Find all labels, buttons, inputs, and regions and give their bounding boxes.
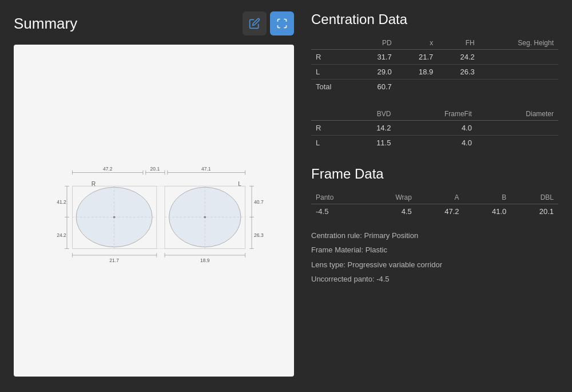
centration-rule: Centration rule: Primary Position — [311, 229, 558, 242]
svg-text:24.2: 24.2 — [57, 232, 66, 238]
val-dbl: 20.1 — [511, 204, 558, 219]
val-wrap: 4.5 — [366, 204, 416, 219]
summary-header: Summary — [14, 11, 294, 35]
table-row: L 29.0 18.9 26.3 — [311, 65, 558, 80]
x-total — [396, 80, 438, 94]
diameter-l — [476, 136, 558, 151]
centration-table-2: BVD FrameFit Diameter R 14.2 4.0 L 11.5 … — [311, 108, 558, 150]
table-row: R 14.2 4.0 — [311, 121, 558, 136]
row-label-total: Total — [311, 80, 355, 94]
bottom-bar: ‹ Confirm — [0, 388, 572, 392]
fh-l: 26.3 — [438, 65, 479, 80]
svg-text:20.1: 20.1 — [150, 166, 160, 172]
centration-data-title: Centration Data — [311, 11, 558, 27]
svg-text:40.7: 40.7 — [254, 199, 264, 205]
seg-total — [479, 80, 558, 94]
fh-total — [438, 80, 479, 94]
framefit-r: 4.0 — [395, 121, 476, 136]
col-header-x: x — [396, 37, 438, 50]
col-b: B — [464, 191, 511, 204]
val-panto: -4.5 — [311, 204, 366, 219]
pd-r: 31.7 — [355, 50, 396, 65]
svg-text:21.7: 21.7 — [109, 258, 119, 263]
pd-l: 29.0 — [355, 65, 396, 80]
diagram-area: 47.2 20.1 47.1 R L — [14, 45, 294, 377]
framefit-l: 4.0 — [395, 136, 476, 151]
frame-material: Frame Material: Plastic — [311, 243, 558, 256]
svg-text:26.3: 26.3 — [254, 232, 264, 238]
info-block: Centration rule: Primary Position Frame … — [311, 228, 558, 287]
row-label-l2: L — [311, 136, 343, 151]
svg-text:18.9: 18.9 — [200, 258, 210, 263]
expand-icon — [276, 18, 288, 29]
right-panel: Centration Data PD x FH Seg. Height R 31… — [311, 11, 558, 377]
edit-icon — [249, 18, 260, 29]
fh-r: 24.2 — [438, 50, 479, 65]
svg-text:47.2: 47.2 — [103, 166, 113, 172]
frame-data-table: Panto Wrap A B DBL -4.5 4.5 47.2 41.0 20… — [311, 191, 558, 219]
svg-text:41.2: 41.2 — [57, 199, 66, 205]
frame-data-row: -4.5 4.5 47.2 41.0 20.1 — [311, 204, 558, 219]
table-row: R 31.7 21.7 24.2 — [311, 50, 558, 65]
centration-table-1: PD x FH Seg. Height R 31.7 21.7 24.2 L 2… — [311, 37, 558, 94]
frame-data-section: Frame Data Panto Wrap A B DBL -4.5 4.5 — [311, 166, 558, 219]
expand-button[interactable] — [270, 11, 294, 35]
col-header-bvd: BVD — [343, 108, 395, 121]
row-label-r2: R — [311, 121, 343, 136]
lens-type: Lens type: Progressive variable corridor — [311, 258, 558, 271]
diameter-r — [476, 121, 558, 136]
col-wrap: Wrap — [366, 191, 416, 204]
col-header-fh: FH — [438, 37, 479, 50]
col-a: A — [416, 191, 464, 204]
col-header-framefit: FrameFit — [395, 108, 476, 121]
svg-point-18 — [113, 216, 116, 219]
col-header-pd: PD — [355, 37, 396, 50]
x-l: 18.9 — [396, 65, 438, 80]
frame-data-title: Frame Data — [311, 166, 558, 182]
col-panto: Panto — [311, 191, 366, 204]
table-row-total: Total 60.7 — [311, 80, 558, 94]
svg-text:47.1: 47.1 — [201, 166, 211, 172]
row-label-r: R — [311, 50, 355, 65]
bvd-r: 14.2 — [343, 121, 395, 136]
left-panel: Summary — [14, 11, 294, 377]
seg-r — [479, 50, 558, 65]
page-title: Summary — [14, 15, 77, 33]
seg-l — [479, 65, 558, 80]
lens-diagram-svg: 47.2 20.1 47.1 R L — [34, 156, 274, 265]
col-header-diameter: Diameter — [476, 108, 558, 121]
bvd-l: 11.5 — [343, 136, 395, 151]
x-r: 21.7 — [396, 50, 438, 65]
col-header-label — [311, 37, 355, 50]
header-buttons — [243, 11, 294, 35]
svg-point-25 — [204, 216, 206, 219]
col-header-seg: Seg. Height — [479, 37, 558, 50]
pd-total: 60.7 — [355, 80, 396, 94]
table-row: L 11.5 4.0 — [311, 136, 558, 151]
col-header-empty — [311, 108, 343, 121]
val-a: 47.2 — [416, 204, 464, 219]
val-b: 41.0 — [464, 204, 511, 219]
edit-button[interactable] — [243, 11, 267, 35]
row-label-l: L — [311, 65, 355, 80]
col-dbl: DBL — [511, 191, 558, 204]
uncorrected-panto: Uncorrected panto: -4.5 — [311, 272, 558, 286]
